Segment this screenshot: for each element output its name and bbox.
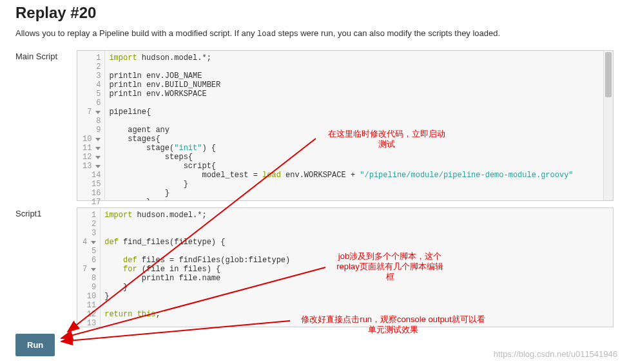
script1-editor[interactable]: 12345678910111213 import hudson.model.*;… [77, 207, 614, 327]
main-script-label: Main Script [15, 50, 77, 61]
main-script-editor[interactable]: 123456789101112131415161718 import hudso… [77, 50, 614, 201]
editor-code-area[interactable]: import hudson.model.*; def find_files(fi… [101, 208, 613, 327]
run-button[interactable]: Run [15, 334, 55, 356]
script1-label: Script1 [15, 207, 77, 218]
editor-code-area[interactable]: import hudson.model.*; println env.JOB_N… [105, 51, 603, 200]
editor-gutter: 12345678910111213 [77, 208, 101, 327]
description-text-before: Allows you to replay a Pipeline build wi… [15, 28, 257, 38]
editor-gutter: 123456789101112131415161718 [77, 51, 105, 200]
page-title: Replay #20 [15, 4, 614, 22]
scrollbar-thumb[interactable] [605, 52, 612, 97]
description-text-after: steps were run, you can also modify the … [276, 28, 500, 38]
page-description: Allows you to replay a Pipeline build wi… [15, 28, 614, 39]
description-code: load [257, 30, 276, 39]
editor-scrollbar[interactable] [603, 51, 613, 200]
